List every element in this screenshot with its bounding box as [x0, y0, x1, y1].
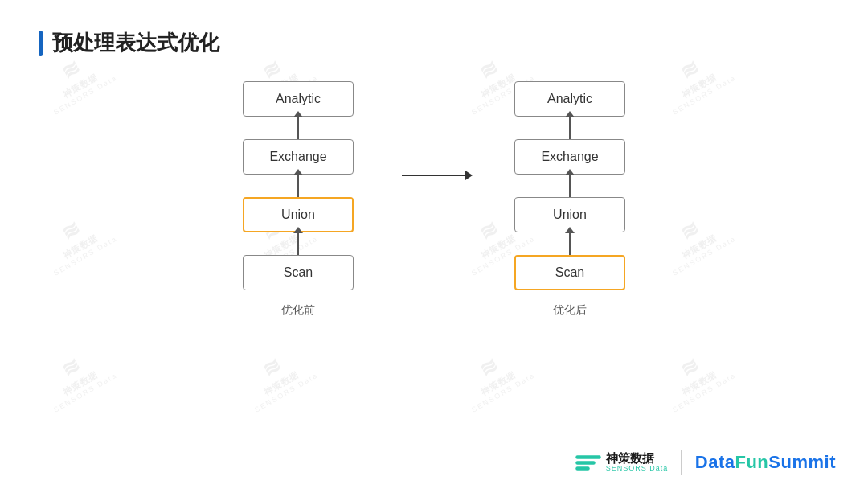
arrow-up-r2 — [569, 175, 571, 197]
brand-logo-icon — [575, 451, 601, 474]
watermark: ≋ 神策数据 SENSORS Data — [452, 339, 537, 413]
diagram-container: Analytic Exchange Union Scan 优化前 — [0, 81, 868, 318]
svg-rect-1 — [575, 461, 596, 464]
transition-arrow — [402, 175, 466, 176]
arrow-up-1 — [297, 117, 299, 139]
right-node-scan: Scan — [514, 255, 625, 290]
brand-name-cn: 神策数据 — [606, 452, 669, 466]
arrow-up-r1 — [569, 117, 571, 139]
svg-rect-0 — [575, 455, 601, 458]
summit-data-text: Data — [695, 452, 735, 472]
left-nodes: Analytic Exchange Union Scan — [243, 81, 354, 290]
arrow-up-2 — [297, 175, 299, 197]
footer-divider — [681, 450, 682, 475]
main-content: Analytic Exchange Union Scan 优化前 — [0, 73, 868, 318]
footer-logo: 神策数据 SENSORS Data — [575, 451, 669, 474]
summit-summit-text: Summit — [768, 452, 836, 472]
footer: 神策数据 SENSORS Data DataFunSummit — [575, 450, 836, 475]
left-diagram-label: 优化前 — [281, 303, 315, 318]
right-diagram-label: 优化后 — [553, 303, 587, 318]
page-title-bar: 预处理表达式优化 — [0, 0, 868, 73]
transition-arrow-container — [402, 175, 466, 176]
footer-summit: DataFunSummit — [695, 452, 836, 473]
arrow-up-r3 — [569, 232, 571, 255]
footer-logo-text: 神策数据 SENSORS Data — [606, 452, 669, 473]
arrow-up-3 — [297, 232, 299, 255]
right-nodes: Analytic Exchange Union Scan — [514, 81, 625, 290]
watermark: ≋ 神策数据 SENSORS Data — [235, 339, 320, 413]
brand-name-en: SENSORS Data — [606, 465, 669, 473]
svg-rect-2 — [575, 466, 590, 470]
summit-fun-text: Fun — [735, 452, 768, 472]
left-node-scan: Scan — [243, 255, 354, 290]
left-diagram: Analytic Exchange Union Scan 优化前 — [243, 81, 354, 318]
right-diagram: Analytic Exchange Union Scan 优化后 — [514, 81, 625, 318]
page-title: 预处理表达式优化 — [52, 29, 219, 57]
title-accent — [39, 31, 43, 56]
watermark: ≋ 神策数据 SENSORS Data — [653, 339, 738, 413]
arrow-right-line — [402, 175, 466, 176]
watermark: ≋ 神策数据 SENSORS Data — [34, 339, 119, 413]
